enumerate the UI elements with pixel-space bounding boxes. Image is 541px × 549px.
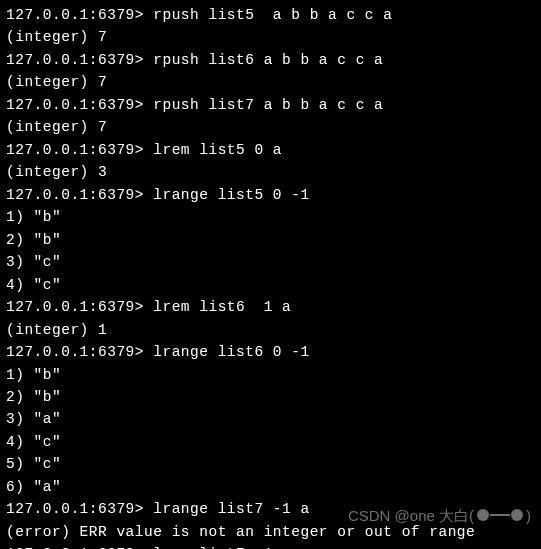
terminal-prompt: 127.0.0.1:6379> bbox=[6, 344, 153, 360]
terminal-command-line: 127.0.0.1:6379> lrange list5 0 -1 bbox=[6, 184, 535, 206]
terminal-command-text: rpush list5 a b b a c c a bbox=[153, 7, 392, 23]
terminal-output-line: 4) "c" bbox=[6, 431, 535, 453]
terminal-output-text: 4) "c" bbox=[6, 277, 61, 293]
terminal-output-text: (integer) 7 bbox=[6, 29, 107, 45]
terminal-output-text: 2) "b" bbox=[6, 389, 61, 405]
terminal-output-line: 3) "a" bbox=[6, 408, 535, 430]
watermark: CSDN @one 大白( ) bbox=[348, 504, 531, 527]
watermark-slider-icon bbox=[477, 509, 523, 521]
terminal-output-text: 2) "b" bbox=[6, 232, 61, 248]
terminal-command-line: 127.0.0.1:6379> rpush list7 a b b a c c … bbox=[6, 94, 535, 116]
terminal-prompt: 127.0.0.1:6379> bbox=[6, 299, 153, 315]
watermark-text: CSDN @one 大白( bbox=[348, 504, 474, 527]
terminal-output-line: (integer) 7 bbox=[6, 71, 535, 93]
terminal-output-text: 4) "c" bbox=[6, 434, 61, 450]
terminal-command-line: 127.0.0.1:6379> lrem list7 -1 a bbox=[6, 543, 535, 549]
terminal-command-text: lrange list5 0 -1 bbox=[153, 187, 309, 203]
terminal-command-text: rpush list7 a b b a c c a bbox=[153, 97, 383, 113]
terminal-command-text: rpush list6 a b b a c c a bbox=[153, 52, 383, 68]
terminal-output-line: 3) "c" bbox=[6, 251, 535, 273]
terminal-output-line: (integer) 3 bbox=[6, 161, 535, 183]
terminal-command-text: lrange list6 0 -1 bbox=[153, 344, 309, 360]
terminal-output-text: (integer) 7 bbox=[6, 74, 107, 90]
terminal-command-line: 127.0.0.1:6379> rpush list5 a b b a c c … bbox=[6, 4, 535, 26]
terminal-output-line: (integer) 1 bbox=[6, 319, 535, 341]
terminal-output-line: 2) "b" bbox=[6, 229, 535, 251]
terminal-output-line: (integer) 7 bbox=[6, 116, 535, 138]
terminal-command-text: lrange list7 -1 a bbox=[153, 501, 309, 517]
terminal-output-text: 6) "a" bbox=[6, 479, 61, 495]
terminal-prompt: 127.0.0.1:6379> bbox=[6, 187, 153, 203]
terminal-command-line: 127.0.0.1:6379> lrem list5 0 a bbox=[6, 139, 535, 161]
terminal-output-text: 1) "b" bbox=[6, 209, 61, 225]
terminal-output-text: (integer) 7 bbox=[6, 119, 107, 135]
terminal-output-area[interactable]: 127.0.0.1:6379> rpush list5 a b b a c c … bbox=[6, 4, 535, 549]
terminal-prompt: 127.0.0.1:6379> bbox=[6, 97, 153, 113]
terminal-command-line: 127.0.0.1:6379> rpush list6 a b b a c c … bbox=[6, 49, 535, 71]
terminal-output-line: 2) "b" bbox=[6, 386, 535, 408]
terminal-output-line: 5) "c" bbox=[6, 453, 535, 475]
terminal-output-text: 5) "c" bbox=[6, 456, 61, 472]
terminal-prompt: 127.0.0.1:6379> bbox=[6, 52, 153, 68]
terminal-output-text: 3) "c" bbox=[6, 254, 61, 270]
terminal-output-text: 1) "b" bbox=[6, 367, 61, 383]
terminal-output-text: 3) "a" bbox=[6, 411, 61, 427]
terminal-prompt: 127.0.0.1:6379> bbox=[6, 142, 153, 158]
terminal-prompt: 127.0.0.1:6379> bbox=[6, 501, 153, 517]
terminal-command-line: 127.0.0.1:6379> lrange list6 0 -1 bbox=[6, 341, 535, 363]
terminal-prompt: 127.0.0.1:6379> bbox=[6, 7, 153, 23]
terminal-output-line: (integer) 7 bbox=[6, 26, 535, 48]
terminal-output-line: 1) "b" bbox=[6, 364, 535, 386]
terminal-command-text: lrem list5 0 a bbox=[153, 142, 282, 158]
terminal-command-line: 127.0.0.1:6379> lrem list6 1 a bbox=[6, 296, 535, 318]
terminal-output-text: (integer) 3 bbox=[6, 164, 107, 180]
terminal-output-text: (integer) 1 bbox=[6, 322, 107, 338]
terminal-output-line: 4) "c" bbox=[6, 274, 535, 296]
terminal-command-text: lrem list6 1 a bbox=[153, 299, 291, 315]
terminal-output-line: 1) "b" bbox=[6, 206, 535, 228]
terminal-output-line: 6) "a" bbox=[6, 476, 535, 498]
